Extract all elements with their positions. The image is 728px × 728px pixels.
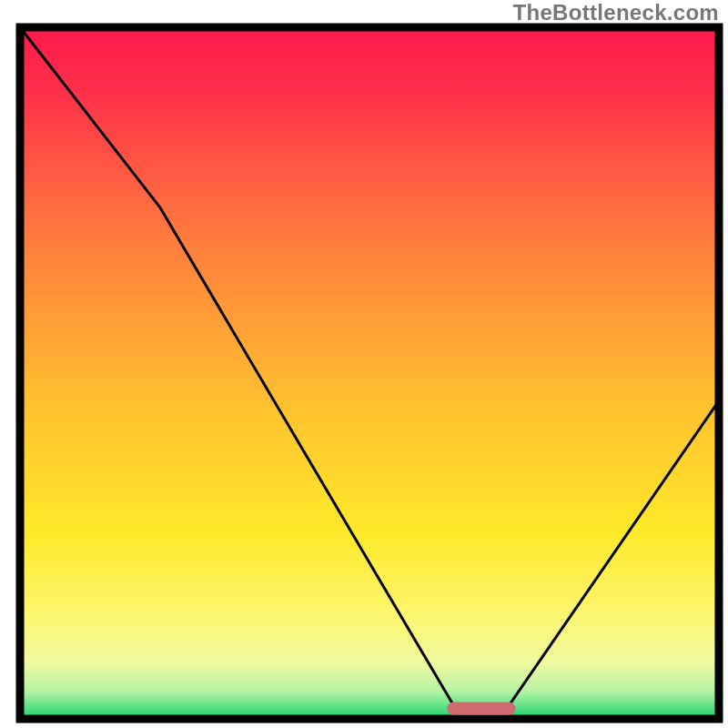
chart-stage: TheBottleneck.com bbox=[0, 0, 728, 728]
bottleneck-chart bbox=[0, 0, 728, 728]
plot-area bbox=[20, 27, 719, 719]
gradient-background bbox=[20, 27, 719, 719]
watermark-text: TheBottleneck.com bbox=[513, 0, 719, 25]
